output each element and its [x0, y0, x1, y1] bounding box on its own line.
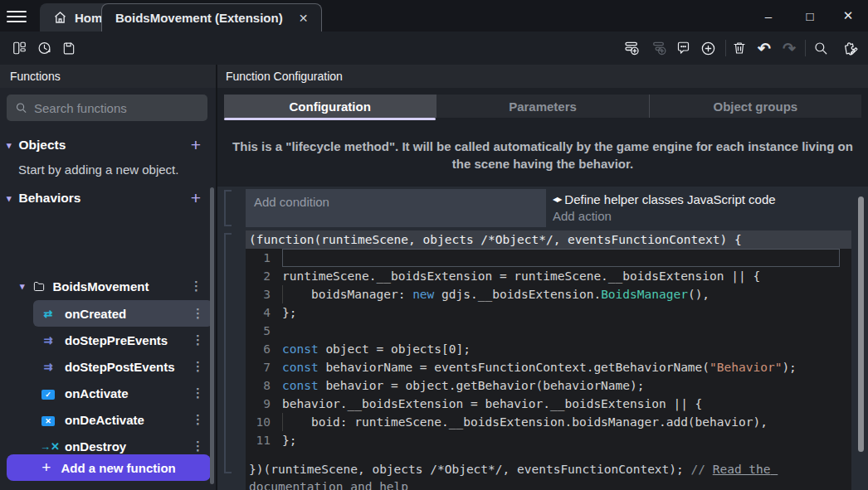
- toolbar-divider: [725, 40, 726, 56]
- behavior-group-boidsmovement[interactable]: ▾ BoidsMovement ⋮: [20, 275, 211, 297]
- events-scrollbar[interactable]: [858, 196, 864, 452]
- item-menu-icon[interactable]: ⋮: [182, 279, 211, 294]
- code-line-11[interactable]: 11};: [246, 431, 851, 449]
- code-line-5[interactable]: 5: [246, 322, 851, 340]
- folder-icon: [32, 280, 46, 293]
- tab-boidsmovement-extension[interactable]: BoidsMovement (Extension) ✕: [101, 3, 322, 32]
- function-item-label: onDeActivate: [65, 413, 144, 427]
- tab-parameters[interactable]: Parameters: [436, 95, 649, 118]
- window-minimize-button[interactable]: –: [757, 5, 780, 27]
- add-condition-area[interactable]: Add condition: [246, 189, 546, 227]
- js-event-title-label: Define helper classes JavaScript code: [564, 192, 775, 206]
- step-arrows-icon: ⇉: [40, 334, 56, 347]
- js-code-event-icon: ◀▶: [553, 196, 561, 203]
- item-menu-icon[interactable]: ⋮: [183, 306, 212, 321]
- line-number: 1: [246, 249, 282, 267]
- edit-extension-icon[interactable]: [840, 38, 861, 58]
- add-comment-icon[interactable]: [672, 38, 694, 58]
- code-line-9[interactable]: 9behavior.__boidsExtension = behavior.__…: [246, 395, 851, 413]
- add-object-button[interactable]: +: [191, 135, 209, 155]
- search-icon: [15, 101, 27, 114]
- functions-panel: Functions ▾ Objects + Start by adding a …: [0, 65, 217, 490]
- save-icon[interactable]: [58, 38, 80, 58]
- function-item-doStepPostEvents[interactable]: ⇉doStepPostEvents⋮: [33, 353, 212, 380]
- function-item-label: doStepPostEvents: [65, 360, 175, 374]
- code-line-7[interactable]: 7const behaviorName = eventsFunctionCont…: [246, 358, 851, 376]
- item-menu-icon[interactable]: ⋮: [183, 332, 212, 347]
- behaviors-section-header[interactable]: ▾ Behaviors +: [7, 187, 209, 209]
- function-item-onDeActivate[interactable]: ✕onDeActivate⋮: [33, 406, 212, 433]
- code-line-1[interactable]: 1: [246, 249, 851, 267]
- js-code-editor[interactable]: (function(runtimeScene, objects /*Object…: [246, 230, 851, 490]
- function-configuration-title: Function Configuration: [217, 65, 868, 88]
- home-icon: [53, 11, 67, 24]
- line-number: 10: [246, 413, 282, 431]
- redo-icon[interactable]: ↷: [778, 38, 800, 58]
- function-item-doStepPreEvents[interactable]: ⇉doStepPreEvents⋮: [33, 327, 212, 353]
- tab-object-groups[interactable]: Object groups: [650, 95, 861, 118]
- sidebar-scrollbar[interactable]: [210, 187, 214, 484]
- project-manager-icon[interactable]: [8, 38, 30, 58]
- function-item-onCreated[interactable]: ⇄onCreated⋮: [33, 300, 212, 327]
- main-toolbar: Preview Share ↶ ↷: [0, 32, 868, 65]
- search-functions-box[interactable]: [7, 95, 207, 121]
- caret-down-icon[interactable]: ▾: [20, 281, 25, 292]
- item-menu-icon[interactable]: ⋮: [183, 359, 212, 374]
- line-number: 4: [246, 303, 282, 322]
- events-sheet: Add condition ◀▶ Define helper classes J…: [217, 187, 868, 490]
- shuffle-arrows-icon: ⇄: [40, 308, 56, 320]
- behavior-group-label: BoidsMovement: [53, 279, 149, 294]
- behaviors-section-label: Behaviors: [19, 191, 81, 206]
- line-number: 11: [246, 431, 282, 449]
- function-item-MoveToPosition[interactable]: ⚙MoveToPosition⋮: [33, 486, 212, 490]
- item-menu-icon[interactable]: ⋮: [183, 386, 212, 400]
- code-line-8[interactable]: 8const behavior = object.getBehavior(beh…: [246, 376, 851, 395]
- line-number: 7: [246, 358, 282, 376]
- code-line-4[interactable]: 4};: [246, 303, 851, 322]
- line-number: 9: [246, 395, 282, 413]
- search-functions-input[interactable]: [34, 101, 199, 115]
- code-wrapper-header: (function(runtimeScene, objects /*Object…: [246, 230, 851, 249]
- function-item-label: doStepPreEvents: [65, 333, 168, 347]
- add-subevent-icon[interactable]: [647, 38, 669, 58]
- history-icon[interactable]: [33, 38, 55, 58]
- plus-icon: +: [41, 458, 51, 477]
- item-menu-icon[interactable]: ⋮: [183, 439, 212, 454]
- line-number: 3: [246, 285, 282, 303]
- caret-down-icon[interactable]: ▾: [7, 193, 12, 204]
- js-event-title-row[interactable]: ◀▶ Define helper classes JavaScript code: [553, 189, 851, 209]
- function-item-onActivate[interactable]: ✓onActivate⋮: [33, 380, 212, 406]
- undo-icon[interactable]: ↶: [753, 38, 775, 58]
- add-new-function-button[interactable]: + Add a new function: [7, 454, 211, 481]
- checkbox-on-icon: ✓: [40, 387, 56, 400]
- objects-section-header[interactable]: ▾ Objects +: [7, 134, 209, 156]
- tab-active-label: BoidsMovement (Extension): [115, 11, 283, 25]
- event-bracket: [224, 233, 232, 473]
- tab-close-icon[interactable]: ✕: [299, 12, 309, 25]
- window-close-button[interactable]: ✕: [836, 5, 860, 27]
- step-arrows-icon: ⇉: [40, 361, 56, 373]
- window-maximize-button[interactable]: □: [798, 5, 822, 27]
- tab-configuration[interactable]: Configuration: [224, 95, 436, 118]
- code-line-6[interactable]: 6const object = objects[0];: [246, 340, 851, 358]
- code-wrapper-footer: })(runtimeScene, objects /*Object*/, eve…: [246, 461, 851, 490]
- configuration-tabs: ConfigurationParametersObject groups: [224, 95, 861, 118]
- destroy-icon: →✕: [40, 440, 56, 453]
- search-icon[interactable]: [810, 38, 831, 58]
- code-line-2[interactable]: 2runtimeScene.__boidsExtension = runtime…: [246, 267, 851, 285]
- function-configuration-panel: Function Configuration ConfigurationPara…: [217, 65, 868, 490]
- code-lines[interactable]: 12runtimeScene.__boidsExtension = runtim…: [246, 249, 851, 449]
- delete-icon[interactable]: [729, 38, 750, 58]
- objects-empty-hint: Start by adding a new object.: [18, 163, 178, 177]
- add-action-area[interactable]: Add action: [553, 209, 851, 227]
- add-other-event-icon[interactable]: [697, 38, 719, 58]
- item-menu-icon[interactable]: ⋮: [183, 412, 212, 427]
- checkbox-off-icon: ✕: [40, 414, 56, 426]
- caret-down-icon[interactable]: ▾: [7, 140, 12, 151]
- tab-bar: Home BoidsMovement (Extension) ✕ – □ ✕: [0, 0, 868, 32]
- hamburger-menu-icon[interactable]: [7, 7, 27, 24]
- code-line-3[interactable]: 3 boidsManager: new gdjs.__boidsExtensio…: [246, 285, 851, 303]
- add-behavior-button[interactable]: +: [191, 188, 209, 208]
- code-line-10[interactable]: 10 boid: runtimeScene.__boidsExtension.b…: [246, 413, 851, 431]
- add-event-icon[interactable]: [621, 38, 642, 58]
